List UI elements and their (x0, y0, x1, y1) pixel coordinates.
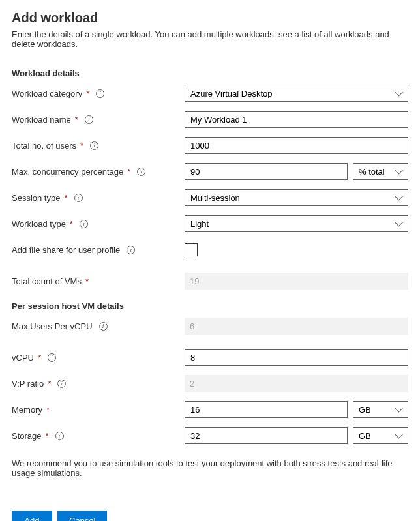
required-marker: * (75, 115, 78, 125)
workload-type-select[interactable] (185, 215, 408, 232)
info-icon[interactable]: i (74, 194, 83, 202)
page-title: Add workload (12, 10, 408, 25)
file-share-checkbox[interactable] (185, 243, 198, 256)
total-users-input[interactable] (185, 137, 408, 154)
session-type-label: Session type (12, 193, 60, 203)
section-vm-details: Per session host VM details (12, 301, 408, 311)
max-users-vcpu-value: 6 (185, 318, 408, 335)
info-icon[interactable]: i (48, 353, 56, 362)
vp-ratio-value: 2 (185, 375, 408, 392)
info-icon[interactable]: i (127, 246, 135, 254)
file-share-label: Add file share for user profile (12, 245, 120, 255)
storage-label: Storage (12, 431, 42, 441)
info-icon[interactable]: i (137, 168, 145, 176)
workload-type-label: Workload type (12, 219, 66, 229)
required-marker: * (127, 167, 130, 177)
required-marker: * (86, 89, 89, 98)
memory-label: Memory (12, 405, 42, 415)
workload-name-input[interactable] (185, 111, 408, 128)
total-vms-value: 19 (185, 273, 408, 290)
vcpu-input[interactable] (185, 349, 408, 366)
total-users-label: Total no. of users (12, 141, 76, 151)
info-icon[interactable]: i (55, 432, 64, 440)
max-concurrency-unit-select[interactable] (353, 163, 408, 180)
memory-input[interactable] (185, 401, 348, 418)
cancel-button[interactable]: Cancel (57, 511, 107, 521)
info-icon[interactable]: i (96, 89, 104, 98)
total-vms-label: Total count of VMs (12, 276, 82, 286)
add-button[interactable]: Add (12, 511, 52, 521)
storage-input[interactable] (185, 427, 348, 444)
required-marker: * (64, 193, 67, 203)
info-icon[interactable]: i (85, 115, 93, 124)
storage-unit-select[interactable] (353, 427, 408, 444)
info-icon[interactable]: i (90, 141, 98, 150)
required-marker: * (38, 353, 41, 363)
recommendation-note: We recommend you to use simulation tools… (12, 458, 408, 478)
info-icon[interactable]: i (99, 322, 108, 331)
info-icon[interactable]: i (80, 220, 88, 228)
required-marker: * (85, 276, 89, 286)
max-concurrency-input[interactable] (185, 163, 348, 180)
section-workload-details: Workload details (12, 68, 408, 78)
page-subtitle: Enter the details of a single workload. … (12, 29, 408, 49)
required-marker: * (48, 379, 51, 389)
workload-category-label: Workload category (12, 89, 82, 98)
max-concurrency-label: Max. concurrency percentage (12, 167, 123, 177)
required-marker: * (80, 141, 83, 151)
session-type-select[interactable] (185, 189, 408, 206)
memory-unit-select[interactable] (353, 401, 408, 418)
workload-name-label: Workload name (12, 115, 71, 125)
required-marker: * (70, 219, 73, 229)
info-icon[interactable]: i (57, 380, 66, 388)
workload-category-select[interactable] (185, 85, 408, 102)
max-users-vcpu-label: Max Users Per vCPU (12, 321, 93, 331)
vcpu-label: vCPU (12, 353, 34, 363)
required-marker: * (46, 431, 49, 441)
required-marker: * (46, 405, 50, 415)
vp-ratio-label: V:P ratio (12, 379, 44, 389)
